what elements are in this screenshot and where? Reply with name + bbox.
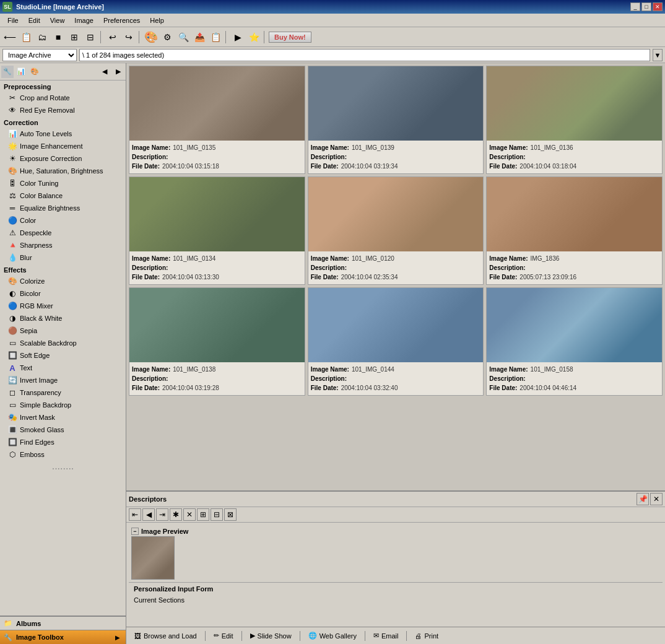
transparency-label: Transparency xyxy=(20,389,61,396)
sidebar-item-sharpness[interactable]: 🔺 Sharpness xyxy=(0,239,126,251)
sidebar-btn-chart[interactable]: 📊 xyxy=(15,66,27,78)
desc-asterisk-btn[interactable]: ✱ xyxy=(170,508,182,521)
image-cell-0138[interactable]: Image Name:101_IMG_0138 Description: Fil… xyxy=(129,287,305,396)
sidebar-item-hue-sat[interactable]: 🎨 Hue, Saturation, Brightness xyxy=(0,165,126,177)
slideshow-button[interactable]: ▶ Slide Show xyxy=(245,629,297,642)
sidebar-item-rgb-mixer[interactable]: 🔵 RGB Mixer xyxy=(0,300,126,312)
sidebar-item-color-tuning[interactable]: 🎛 Color Tuning xyxy=(0,177,126,189)
menu-view[interactable]: View xyxy=(45,15,70,25)
sidebar-item-color-balance[interactable]: ⚖ Color Balance xyxy=(0,189,126,202)
desc-grid3-btn[interactable]: ⊠ xyxy=(224,508,237,521)
toolbar-undo[interactable]: ↩ xyxy=(105,30,120,45)
email-button[interactable]: ✉ Email xyxy=(368,629,404,642)
sidebar-btn-fwd[interactable]: ▶ xyxy=(112,66,124,78)
print-button[interactable]: 🖨 Print xyxy=(409,630,444,642)
menu-image[interactable]: Image xyxy=(69,15,98,25)
close-button[interactable]: ✕ xyxy=(653,2,663,11)
web-gallery-button[interactable]: 🌐 Web Gallery xyxy=(303,629,362,642)
toolbar-grid[interactable]: ⊞ xyxy=(67,30,82,45)
toolbar-color[interactable]: 🎨 xyxy=(144,30,159,45)
toolbar-square[interactable]: ■ xyxy=(51,30,66,45)
sidebar-item-transparency[interactable]: ◻ Transparency xyxy=(0,386,126,399)
toolbar-play[interactable]: ▶ xyxy=(230,30,245,45)
image-cell-0136[interactable]: Image Name:101_IMG_0136 Description: Fil… xyxy=(486,66,663,174)
toolbar: ⟵ 📋 🗂 ■ ⊞ ⊟ ↩ ↪ 🎨 ⚙ 🔍 📤 📋 ▶ ⭐ Buy Now! xyxy=(0,27,665,47)
desc-last-btn[interactable]: ⇥ xyxy=(156,508,168,521)
sidebar-item-scalable-backdrop[interactable]: ▭ Scalable Backdrop xyxy=(0,337,126,349)
image-info-0120: Image Name:101_IMG_0120 Description: Fil… xyxy=(308,251,484,284)
sidebar-item-colorize[interactable]: 🎨 Colorize xyxy=(0,275,126,287)
desc-close-button[interactable]: ✕ xyxy=(650,493,663,505)
sidebar-item-emboss[interactable]: ⬡ Emboss xyxy=(0,448,126,461)
sidebar-item-soft-edge[interactable]: 🔲 Soft Edge xyxy=(0,349,126,362)
image-info-0144: Image Name:101_IMG_0144 Description: Fil… xyxy=(308,362,484,395)
edit-button[interactable]: ✏ Edit xyxy=(208,629,239,642)
scalable-backdrop-icon: ▭ xyxy=(7,338,17,348)
sidebar-item-sepia[interactable]: 🟤 Sepia xyxy=(0,324,126,337)
sidebar-btn-back[interactable]: ◀ xyxy=(98,66,111,78)
desc-first-btn[interactable]: ⇤ xyxy=(129,508,141,521)
web-gallery-icon: 🌐 xyxy=(308,632,317,640)
personalized-sub-label: Current Sections xyxy=(134,596,185,604)
sidebar-item-bicolor[interactable]: ◐ Bicolor xyxy=(0,287,126,300)
sidebar-item-exposure[interactable]: ☀ Exposure Correction xyxy=(0,152,126,165)
desc-prev-btn[interactable]: ◀ xyxy=(142,508,155,521)
toolbar-copy[interactable]: 📋 xyxy=(19,30,33,45)
toolbar-star[interactable]: ⭐ xyxy=(246,30,261,45)
despeckle-label: Despeckle xyxy=(20,229,51,237)
sidebar-item-despeckle[interactable]: ⚠ Despeckle xyxy=(0,227,126,239)
desc-grid2-btn[interactable]: ⊟ xyxy=(211,508,223,521)
sepia-label: Sepia xyxy=(20,327,37,334)
toolbar-search[interactable]: 🔍 xyxy=(176,30,191,45)
sidebar-item-invert-mask[interactable]: 🎭 Invert Mask xyxy=(0,411,126,424)
sidebar-item-red-eye[interactable]: 👁 Red Eye Removal xyxy=(0,104,126,116)
menu-preferences[interactable]: Preferences xyxy=(98,15,145,25)
desc-grid1-btn[interactable]: ⊞ xyxy=(197,508,209,521)
image-cell-0135[interactable]: Image Name:101_IMG_0135 Description: Fil… xyxy=(129,66,305,174)
desc-pin-button[interactable]: 📌 xyxy=(637,493,649,505)
image-cell-0158[interactable]: Image Name:101_IMG_0158 Description: Fil… xyxy=(486,287,663,396)
minimize-button[interactable]: _ xyxy=(630,2,640,11)
menu-help[interactable]: Help xyxy=(145,15,169,25)
invert-mask-label: Invert Mask xyxy=(20,414,55,421)
image-cell-0144[interactable]: Image Name:101_IMG_0144 Description: Fil… xyxy=(308,287,484,396)
sidebar-item-find-edges[interactable]: 🔲 Find Edges xyxy=(0,436,126,448)
browse-load-label: Browse and Load xyxy=(144,632,197,640)
sidebar-item-black-white[interactable]: ◑ Black & White xyxy=(0,312,126,324)
sidebar-item-auto-tone[interactable]: 📊 Auto Tone Levels xyxy=(0,128,126,140)
image-cell-1836[interactable]: Image Name:IMG_1836 Description: File Da… xyxy=(486,176,663,285)
albums-button[interactable]: 📁 Albums xyxy=(0,616,126,630)
sidebar-item-equalize[interactable]: ═ Equalize Brightness xyxy=(0,202,126,214)
desc-x-btn[interactable]: ✕ xyxy=(183,508,196,521)
sidebar-item-image-enhance[interactable]: 🌟 Image Enhancement xyxy=(0,140,126,152)
sidebar-btn-color[interactable]: 🎨 xyxy=(28,66,41,78)
path-dropdown-arrow[interactable]: ▼ xyxy=(653,49,663,61)
image-toolbox-button[interactable]: 🔧 Image Toolbox ▶ xyxy=(0,630,126,644)
menu-file[interactable]: File xyxy=(2,15,24,25)
toolbar-redo[interactable]: ↪ xyxy=(121,30,136,45)
menu-edit[interactable]: Edit xyxy=(24,15,45,25)
sidebar-item-smoked-glass[interactable]: 🔳 Smoked Glass xyxy=(0,424,126,436)
toolbar-clip[interactable]: 📋 xyxy=(208,30,223,45)
sidebar-item-invert-image[interactable]: 🔄 Invert Image xyxy=(0,374,126,386)
toolbar-settings[interactable]: ⚙ xyxy=(160,30,175,45)
toolbar-export[interactable]: 📤 xyxy=(192,30,207,45)
sidebar-item-blur[interactable]: 💧 Blur xyxy=(0,251,126,264)
archive-dropdown[interactable]: Image Archive xyxy=(2,49,77,61)
toolbar-grid2[interactable]: ⊟ xyxy=(83,30,98,45)
browse-load-button[interactable]: 🖼 Browse and Load xyxy=(129,630,202,642)
preview-collapse-button[interactable]: − xyxy=(131,528,139,535)
maximize-button[interactable]: □ xyxy=(641,2,651,11)
image-cell-0134[interactable]: Image Name:101_IMG_0134 Description: Fil… xyxy=(129,176,305,285)
image-cell-0139[interactable]: Image Name:101_IMG_0139 Description: Fil… xyxy=(308,66,484,174)
toolbar-folder[interactable]: 🗂 xyxy=(35,30,50,45)
buy-now-button[interactable]: Buy Now! xyxy=(269,32,311,43)
toolbar-back[interactable]: ⟵ xyxy=(2,30,17,45)
sidebar-item-crop-rotate[interactable]: ✂ Crop and Rotate xyxy=(0,92,126,104)
sidebar-item-color[interactable]: 🔵 Color xyxy=(0,214,126,227)
sidebar-item-text[interactable]: A Text xyxy=(0,362,126,374)
sidebar-btn-tools[interactable]: 🔧 xyxy=(1,66,14,78)
sidebar-item-simple-backdrop[interactable]: ▭ Simple Backdrop xyxy=(0,399,126,411)
image-cell-0120[interactable]: Image Name:101_IMG_0120 Description: Fil… xyxy=(308,176,484,285)
image-preview-label: Image Preview xyxy=(141,528,188,535)
